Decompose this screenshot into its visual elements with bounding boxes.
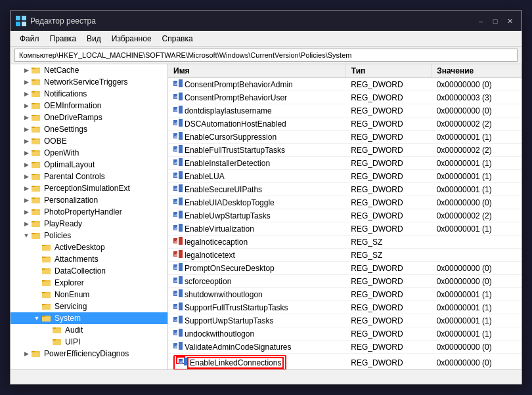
tree-arrow-notifications[interactable] (21, 89, 32, 99)
tree-arrow-powereff[interactable] (21, 348, 32, 359)
table-row[interactable]: ab ConsentPromptBehaviorUserREG_DWORD0x0… (168, 91, 521, 104)
tree-item-perception[interactable]: PerceptionSimulationExt (11, 182, 167, 194)
table-row[interactable]: ab scforceoptionREG_DWORD0x00000000 (0) (168, 275, 521, 288)
tree-item-onedriveramps[interactable]: OneDriveRamps (11, 112, 167, 123)
entry-value: 0x00000003 (3) (432, 91, 521, 104)
tree-label-onesettings: OneSettings (44, 125, 87, 134)
menu-help[interactable]: Справка (157, 33, 198, 45)
svg-rect-110 (179, 211, 183, 218)
svg-text:ab: ab (174, 331, 178, 335)
menu-view[interactable]: Вид (81, 33, 106, 45)
entry-name: ab scforceoption (168, 275, 345, 288)
table-row[interactable]: ab EnableSecureUIPathsREG_DWORD0x0000000… (168, 183, 521, 196)
table-row[interactable]: ab EnableLUAREG_DWORD0x00000001 (1) (168, 170, 521, 183)
table-row[interactable]: ab EnableInstallerDetectionREG_DWORD0x00… (168, 157, 521, 170)
minimize-button[interactable]: – (474, 14, 487, 28)
tree-item-oeminformation[interactable]: OEMInformation (11, 100, 167, 112)
menu-file[interactable]: Файл (14, 33, 45, 45)
tree-item-servicing[interactable]: Servicing (11, 301, 167, 312)
tree-arrow-netcache[interactable] (21, 65, 32, 75)
entry-name: ab EnableLUA (168, 170, 345, 183)
table-row[interactable]: ab EnableCursorSuppressionREG_DWORD0x000… (168, 131, 521, 144)
tree-item-openwith[interactable]: OpenWith (11, 147, 167, 159)
table-row[interactable]: ab PromptOnSecureDesktopREG_DWORD0x00000… (168, 262, 521, 275)
tree-arrow-policies[interactable] (21, 230, 32, 241)
entry-value: 0x00000000 (0) (432, 196, 521, 209)
close-button[interactable]: ✕ (503, 14, 516, 28)
tree-arrow-system[interactable] (32, 313, 42, 323)
tree-arrow-playready[interactable] (21, 218, 32, 229)
tree-label-system: System (55, 314, 81, 323)
tree-arrow-explorer[interactable] (32, 278, 42, 288)
tree-arrow-nonenum[interactable] (32, 289, 42, 300)
tree-item-datacollection[interactable]: DataCollection (11, 265, 167, 277)
entry-type: REG_SZ (345, 249, 431, 262)
tree-item-onesettings[interactable]: OneSettings (11, 123, 167, 135)
menu-favorites[interactable]: Избранное (106, 33, 157, 45)
tree-arrow-personalization[interactable] (21, 195, 32, 205)
table-row[interactable]: ab undockwithoutlogonREG_DWORD0x00000001… (168, 327, 521, 341)
tree-item-networkservicetriggers[interactable]: NetworkServiceTriggers (11, 76, 167, 88)
tree-item-powereff[interactable]: PowerEfficiencyDiagnos (11, 348, 167, 360)
svg-rect-75 (53, 339, 56, 341)
tree-item-activedesktop[interactable]: ActiveDesktop (11, 241, 167, 253)
tree-item-personalization[interactable]: Personalization (11, 194, 167, 206)
menu-edit[interactable]: Правка (45, 33, 82, 45)
table-row[interactable]: ab dontdisplaylastusernameREG_DWORD0x000… (168, 104, 521, 117)
address-bar[interactable]: Компьютер\HKEY_LOCAL_MACHINE\SOFTWARE\Mi… (14, 49, 518, 62)
table-row[interactable]: ab SupportUwpStartupTasksREG_DWORD0x0000… (168, 314, 521, 327)
tree-arrow-onesettings[interactable] (21, 124, 32, 135)
tree-arrow-perception[interactable] (21, 183, 32, 194)
tree-item-policies[interactable]: Policies (11, 230, 167, 241)
tree-arrow-optimallayout[interactable] (21, 159, 32, 170)
tree-arrow-oeminformation[interactable] (21, 100, 32, 111)
table-row[interactable]: ab EnableUwpStartupTasksREG_DWORD0x00000… (168, 209, 521, 222)
svg-rect-39 (32, 198, 35, 199)
table-row[interactable]: ab legalnoticecaptionREG_SZ (168, 236, 521, 249)
tree-arrow-openwith[interactable] (21, 148, 32, 158)
table-row[interactable]: ab EnableFullTrustStartupTasksREG_DWORD0… (168, 144, 521, 157)
entry-value (432, 236, 521, 249)
table-row[interactable]: ab SupportFullTrustStartupTasksREG_DWORD… (168, 301, 521, 314)
tree-item-notifications[interactable]: Notifications (11, 88, 167, 100)
table-row[interactable]: ab EnableUIADesktopToggleREG_DWORD0x0000… (168, 196, 521, 209)
tree-item-oobe[interactable]: OOBE (11, 135, 167, 147)
registry-details[interactable]: Имя Тип Значение ab ConsentPromptBehavio… (168, 64, 521, 369)
tree-arrow-oobe[interactable] (21, 136, 32, 146)
tree-arrow-photoproperty[interactable] (21, 207, 32, 217)
entry-type: REG_SZ (345, 236, 431, 249)
tree-arrow-networkservicetriggers[interactable] (21, 77, 32, 87)
table-row[interactable]: ab DSCAutomationHostEnabledREG_DWORD0x00… (168, 117, 521, 131)
tree-arrow-parental[interactable] (21, 171, 32, 182)
tree-arrow-audit[interactable] (42, 325, 53, 335)
table-row[interactable]: ab legalnoticetextREG_SZ (168, 249, 521, 262)
tree-item-explorer[interactable]: Explorer (11, 277, 167, 289)
tree-item-audit[interactable]: Audit (11, 324, 167, 336)
tree-item-playready[interactable]: PlayReady (11, 218, 167, 230)
tree-item-uipi[interactable]: UIPI (11, 336, 167, 348)
tree-item-optimallayout[interactable]: OptimalLayout (11, 159, 167, 171)
tree-arrow-datacollection[interactable] (32, 266, 42, 276)
tree-item-nonenum[interactable]: NonEnum (11, 289, 167, 301)
tree-arrow-servicing[interactable] (32, 301, 42, 312)
registry-tree[interactable]: NetCache NetworkServiceTriggers Notifica… (11, 64, 168, 369)
maximize-button[interactable]: □ (489, 14, 502, 28)
tree-item-photoproperty[interactable]: PhotoPropertyHandler (11, 206, 167, 218)
entry-type: REG_DWORD (345, 314, 431, 327)
tree-item-system[interactable]: System (11, 312, 167, 324)
tree-arrow-activedesktop[interactable] (32, 242, 42, 253)
table-row[interactable]: ab ValidateAdminCodeSignaturesREG_DWORD0… (168, 341, 521, 354)
tree-item-attachments[interactable]: Attachments (11, 253, 167, 265)
svg-rect-134 (179, 316, 183, 323)
tree-item-parental[interactable]: Parental Controls (11, 171, 167, 182)
table-row[interactable]: ab EnableLinkedConnectionsREG_DWORD0x000… (168, 354, 521, 370)
tree-arrow-uipi[interactable] (42, 337, 53, 347)
table-row[interactable]: ab ConsentPromptBehaviorAdminREG_DWORD0x… (168, 78, 521, 91)
tree-arrow-onedriveramps[interactable] (21, 112, 32, 123)
entry-type: REG_DWORD (345, 104, 431, 117)
tree-item-netcache[interactable]: NetCache (11, 64, 167, 76)
tree-arrow-attachments[interactable] (32, 254, 42, 264)
entry-type: REG_DWORD (345, 144, 431, 157)
table-row[interactable]: ab shutdownwithoutlogonREG_DWORD0x000000… (168, 288, 521, 301)
table-row[interactable]: ab EnableVirtualizationREG_DWORD0x000000… (168, 222, 521, 236)
